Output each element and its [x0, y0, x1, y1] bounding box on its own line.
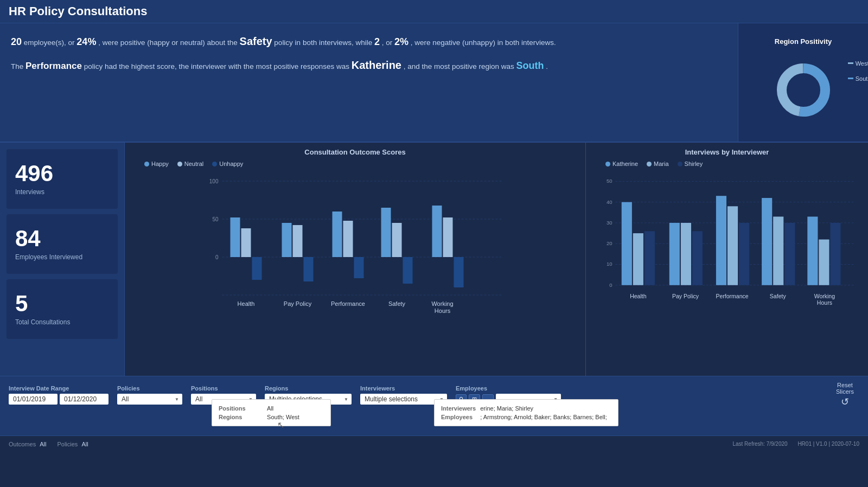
reset-slicers-btn[interactable]: Reset Slicers ↺	[836, 382, 859, 408]
svg-text:Health: Health	[630, 293, 647, 299]
bar	[692, 231, 703, 285]
consultations-value: 5	[15, 292, 28, 315]
neutral-dot	[177, 162, 182, 166]
legend-katherine: Katherine	[605, 161, 638, 167]
svg-text:10: 10	[607, 261, 612, 267]
interviewer-legend: Katherine Maria Shirley	[595, 161, 859, 167]
interviewer-bar-chart: 50 30 10 40 20 0	[595, 170, 859, 322]
tooltip1-regions-label: Regions	[219, 413, 267, 421]
bar	[819, 240, 829, 285]
tooltip1-positions-value: All	[267, 404, 324, 413]
policies-select-wrapper[interactable]: All	[117, 394, 182, 405]
south-label: South 53%	[856, 75, 868, 82]
bar	[241, 228, 251, 257]
bar	[282, 223, 292, 257]
date-inputs[interactable]	[9, 394, 108, 405]
negative-pct: 2%	[394, 36, 409, 47]
main-content: 496 Interviews 84 Employees Interviewed …	[0, 143, 868, 376]
svg-text:Working: Working	[814, 293, 835, 299]
reset-label: Reset	[837, 382, 853, 388]
tooltip1-regions-value: South; West	[267, 413, 324, 421]
outcomes-policies: Outcomes All Policies All	[9, 441, 88, 447]
tooltip2-employees-value: ; Armstrong; Arnold; Baker; Banks; Barne…	[480, 413, 611, 421]
legend-shirley: Shirley	[678, 161, 703, 167]
top-interviewer: Katherine	[352, 59, 401, 71]
bar	[762, 198, 772, 285]
policies-group: Policies All	[117, 385, 182, 405]
svg-text:0: 0	[609, 282, 612, 288]
svg-text:Hours: Hours	[817, 299, 832, 306]
unhappy-dot	[212, 162, 217, 166]
page-header: HR Policy Consultations	[0, 0, 868, 23]
date-start-input[interactable]	[9, 394, 58, 405]
region-positivity-title: Region Positivity	[775, 37, 832, 46]
date-range-group: Interview Date Range	[9, 385, 108, 405]
consultations-label: Total Consultations	[15, 318, 70, 326]
svg-text:Hours: Hours	[435, 307, 451, 314]
legend-neutral: Neutral	[177, 161, 203, 167]
region-positivity-panel: Region Positivity West 47% Sou	[738, 23, 868, 142]
interviews-card: 496 Interviews	[7, 149, 118, 209]
positions-label: Positions	[191, 385, 256, 392]
policies-select[interactable]: All	[117, 394, 182, 405]
interviewers-employees-tooltip: Interviewers erine; Maria; Shirley Emplo…	[434, 399, 618, 426]
svg-text:Pay Policy: Pay Policy	[284, 300, 312, 307]
svg-text:Pay Policy: Pay Policy	[672, 293, 699, 299]
positive-pct: 24%	[76, 36, 96, 47]
bar	[381, 208, 391, 257]
bar	[622, 202, 632, 285]
donut-chart	[774, 60, 833, 120]
summary-text: 20 employee(s), or 24% , were positive (…	[0, 23, 738, 142]
bar	[403, 257, 413, 284]
happy-label: Happy	[151, 161, 169, 167]
bar	[304, 257, 314, 281]
date-end-input[interactable]	[60, 394, 108, 405]
stats-panel: 496 Interviews 84 Employees Interviewed …	[0, 143, 125, 376]
svg-text:30: 30	[607, 220, 612, 226]
employees-value: 84	[15, 227, 41, 250]
slicers-label: Slicers	[836, 388, 854, 395]
bar	[716, 196, 726, 285]
outcomes-label: Outcomes All	[9, 441, 46, 447]
bar	[432, 206, 442, 257]
tooltip1-positions-label: Positions	[219, 404, 267, 413]
tooltip2-interviewers-value: erine; Maria; Shirley	[480, 404, 611, 413]
bar	[644, 231, 655, 285]
bar	[252, 257, 262, 280]
shirley-dot	[678, 162, 682, 166]
maria-dot	[647, 162, 652, 166]
summary-line1-pre: employee(s), or	[24, 39, 75, 47]
svg-text:Performance: Performance	[331, 300, 365, 307]
happy-dot	[144, 162, 149, 166]
last-refresh: Last Refresh: 7/9/2020 HR01 | V1.0 | 202…	[732, 441, 859, 447]
bar	[333, 212, 342, 257]
policies-label-bottom: Policies All	[57, 441, 88, 447]
svg-text:Performance: Performance	[716, 293, 748, 299]
summary-bar: 20 employee(s), or 24% , were positive (…	[0, 23, 868, 143]
positive-count: 20	[11, 36, 22, 47]
bar	[293, 225, 303, 257]
katherine-label: Katherine	[612, 161, 638, 167]
consultation-chart-title: Consultation Outcome Scores	[133, 148, 577, 156]
bar	[392, 223, 402, 257]
svg-text:Safety: Safety	[770, 293, 787, 299]
bar	[739, 223, 749, 285]
interviewer-chart-section: Interviews by Interviewer Katherine Mari…	[586, 143, 868, 376]
bar	[231, 217, 240, 257]
reset-icon[interactable]: ↺	[841, 396, 849, 408]
highest-policy: Performance	[25, 61, 82, 71]
neutral-label: Neutral	[184, 161, 203, 167]
employees-card: 84 Employees Interviewed	[7, 214, 118, 274]
interviewer-chart-title: Interviews by Interviewer	[595, 148, 859, 156]
unhappy-label: Unhappy	[219, 161, 243, 167]
bar	[633, 233, 643, 285]
interviewers-label: Interviewers	[360, 385, 447, 392]
positions-regions-tooltip: Positions All Regions South; West ↖	[212, 399, 331, 426]
policy-positive: Safety	[240, 35, 272, 47]
bar	[727, 206, 738, 285]
top-region: South	[516, 60, 544, 71]
legend-maria: Maria	[647, 161, 669, 167]
bar	[354, 257, 364, 278]
interviews-value: 496	[15, 162, 53, 185]
policies-label: Policies	[117, 385, 182, 392]
